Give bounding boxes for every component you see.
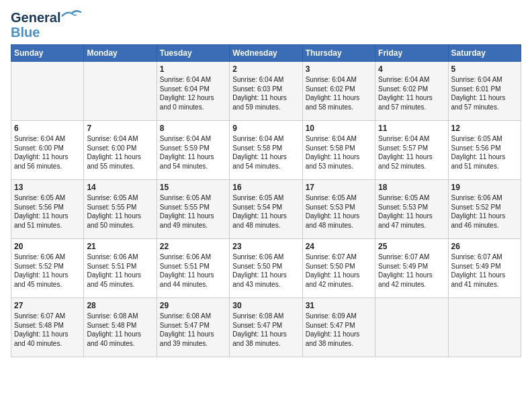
- weekday-header-cell: Friday: [375, 45, 448, 62]
- calendar-week-row: 1Sunrise: 6:04 AM Sunset: 6:04 PM Daylig…: [11, 62, 521, 121]
- day-content: Sunrise: 6:04 AM Sunset: 6:04 PM Dayligh…: [160, 75, 226, 111]
- day-content: Sunrise: 6:05 AM Sunset: 5:53 PM Dayligh…: [306, 193, 372, 230]
- day-content: Sunrise: 6:07 AM Sunset: 5:48 PM Dayligh…: [14, 312, 81, 348]
- calendar-cell: 4Sunrise: 6:04 AM Sunset: 6:02 PM Daylig…: [375, 62, 448, 121]
- day-content: Sunrise: 6:06 AM Sunset: 5:52 PM Dayligh…: [451, 193, 518, 230]
- calendar-cell: 26Sunrise: 6:07 AM Sunset: 5:49 PM Dayli…: [448, 239, 521, 298]
- calendar-cell: 19Sunrise: 6:06 AM Sunset: 5:52 PM Dayli…: [448, 180, 521, 239]
- day-number: 24: [306, 242, 372, 251]
- day-content: Sunrise: 6:05 AM Sunset: 5:54 PM Dayligh…: [232, 193, 299, 230]
- day-number: 15: [160, 183, 226, 192]
- day-content: Sunrise: 6:08 AM Sunset: 5:47 PM Dayligh…: [160, 312, 226, 348]
- day-content: Sunrise: 6:05 AM Sunset: 5:53 PM Dayligh…: [378, 193, 445, 230]
- calendar-cell: 31Sunrise: 6:09 AM Sunset: 5:47 PM Dayli…: [302, 298, 375, 357]
- day-number: 7: [87, 124, 153, 133]
- day-content: Sunrise: 6:04 AM Sunset: 6:03 PM Dayligh…: [232, 75, 299, 111]
- calendar-cell: 29Sunrise: 6:08 AM Sunset: 5:47 PM Dayli…: [157, 298, 229, 357]
- calendar-cell: 8Sunrise: 6:04 AM Sunset: 5:59 PM Daylig…: [157, 121, 229, 180]
- day-number: 8: [160, 124, 226, 133]
- calendar-cell: 22Sunrise: 6:06 AM Sunset: 5:51 PM Dayli…: [157, 239, 229, 298]
- day-number: 11: [378, 124, 445, 133]
- day-content: Sunrise: 6:06 AM Sunset: 5:52 PM Dayligh…: [14, 253, 81, 289]
- calendar-cell: 10Sunrise: 6:04 AM Sunset: 5:58 PM Dayli…: [302, 121, 375, 180]
- day-content: Sunrise: 6:04 AM Sunset: 6:01 PM Dayligh…: [451, 75, 518, 111]
- calendar-cell: 15Sunrise: 6:05 AM Sunset: 5:55 PM Dayli…: [157, 180, 229, 239]
- day-number: 27: [14, 301, 81, 310]
- day-number: 2: [232, 64, 299, 74]
- calendar-table: SundayMondayTuesdayWednesdayThursdayFrid…: [11, 44, 521, 357]
- day-number: 9: [232, 124, 299, 133]
- day-number: 23: [232, 242, 299, 251]
- day-number: 31: [306, 301, 372, 310]
- calendar-cell: [84, 62, 157, 121]
- logo-bird-icon: [62, 9, 82, 21]
- calendar-cell: 27Sunrise: 6:07 AM Sunset: 5:48 PM Dayli…: [11, 298, 84, 357]
- day-number: 28: [87, 301, 153, 310]
- calendar-cell: 9Sunrise: 6:04 AM Sunset: 5:58 PM Daylig…: [230, 121, 302, 180]
- day-number: 6: [14, 124, 81, 133]
- weekday-header-cell: Wednesday: [230, 45, 302, 62]
- day-content: Sunrise: 6:04 AM Sunset: 6:02 PM Dayligh…: [378, 75, 445, 111]
- calendar-cell: 30Sunrise: 6:08 AM Sunset: 5:47 PM Dayli…: [230, 298, 302, 357]
- weekday-header-cell: Thursday: [302, 45, 375, 62]
- page-header: General Blue: [11, 11, 521, 39]
- day-content: Sunrise: 6:06 AM Sunset: 5:51 PM Dayligh…: [87, 253, 153, 289]
- day-content: Sunrise: 6:08 AM Sunset: 5:47 PM Dayligh…: [232, 312, 299, 348]
- calendar-cell: [375, 298, 448, 357]
- weekday-header-cell: Monday: [84, 45, 157, 62]
- day-content: Sunrise: 6:09 AM Sunset: 5:47 PM Dayligh…: [306, 312, 372, 348]
- day-number: 3: [306, 64, 372, 74]
- day-content: Sunrise: 6:05 AM Sunset: 5:56 PM Dayligh…: [14, 193, 81, 230]
- day-content: Sunrise: 6:07 AM Sunset: 5:49 PM Dayligh…: [451, 253, 518, 289]
- day-number: 26: [451, 242, 518, 251]
- day-number: 10: [306, 124, 372, 133]
- calendar-cell: 3Sunrise: 6:04 AM Sunset: 6:02 PM Daylig…: [302, 62, 375, 121]
- calendar-week-row: 6Sunrise: 6:04 AM Sunset: 6:00 PM Daylig…: [11, 121, 521, 180]
- day-number: 5: [451, 64, 518, 74]
- weekday-header-cell: Sunday: [11, 45, 84, 62]
- day-content: Sunrise: 6:04 AM Sunset: 6:00 PM Dayligh…: [87, 134, 153, 171]
- day-content: Sunrise: 6:04 AM Sunset: 5:58 PM Dayligh…: [232, 134, 299, 171]
- day-number: 1: [160, 64, 226, 74]
- day-number: 4: [378, 64, 445, 74]
- day-content: Sunrise: 6:06 AM Sunset: 5:50 PM Dayligh…: [232, 253, 299, 289]
- calendar-cell: 25Sunrise: 6:07 AM Sunset: 5:49 PM Dayli…: [375, 239, 448, 298]
- calendar-cell: 14Sunrise: 6:05 AM Sunset: 5:55 PM Dayli…: [84, 180, 157, 239]
- day-number: 30: [232, 301, 299, 310]
- day-content: Sunrise: 6:05 AM Sunset: 5:55 PM Dayligh…: [160, 193, 226, 230]
- day-number: 18: [378, 183, 445, 192]
- calendar-cell: 18Sunrise: 6:05 AM Sunset: 5:53 PM Dayli…: [375, 180, 448, 239]
- day-content: Sunrise: 6:05 AM Sunset: 5:55 PM Dayligh…: [87, 193, 153, 230]
- calendar-cell: 23Sunrise: 6:06 AM Sunset: 5:50 PM Dayli…: [230, 239, 302, 298]
- calendar-cell: 11Sunrise: 6:04 AM Sunset: 5:57 PM Dayli…: [375, 121, 448, 180]
- calendar-week-row: 27Sunrise: 6:07 AM Sunset: 5:48 PM Dayli…: [11, 298, 521, 357]
- calendar-week-row: 13Sunrise: 6:05 AM Sunset: 5:56 PM Dayli…: [11, 180, 521, 239]
- calendar-cell: 16Sunrise: 6:05 AM Sunset: 5:54 PM Dayli…: [230, 180, 302, 239]
- calendar-cell: 17Sunrise: 6:05 AM Sunset: 5:53 PM Dayli…: [302, 180, 375, 239]
- day-content: Sunrise: 6:04 AM Sunset: 6:00 PM Dayligh…: [14, 134, 81, 171]
- day-number: 22: [160, 242, 226, 251]
- day-content: Sunrise: 6:04 AM Sunset: 6:02 PM Dayligh…: [306, 75, 372, 111]
- calendar-cell: 6Sunrise: 6:04 AM Sunset: 6:00 PM Daylig…: [11, 121, 84, 180]
- day-number: 21: [87, 242, 153, 251]
- day-number: 25: [378, 242, 445, 251]
- day-number: 16: [232, 183, 299, 192]
- day-content: Sunrise: 6:07 AM Sunset: 5:49 PM Dayligh…: [378, 253, 445, 289]
- weekday-header-row: SundayMondayTuesdayWednesdayThursdayFrid…: [11, 45, 521, 62]
- logo-general: General: [11, 11, 60, 24]
- calendar-body: 1Sunrise: 6:04 AM Sunset: 6:04 PM Daylig…: [11, 62, 521, 357]
- calendar-cell: 7Sunrise: 6:04 AM Sunset: 6:00 PM Daylig…: [84, 121, 157, 180]
- calendar-cell: [11, 62, 84, 121]
- calendar-cell: 1Sunrise: 6:04 AM Sunset: 6:04 PM Daylig…: [157, 62, 229, 121]
- logo: General Blue: [11, 11, 82, 39]
- day-content: Sunrise: 6:07 AM Sunset: 5:50 PM Dayligh…: [306, 253, 372, 289]
- calendar-cell: 20Sunrise: 6:06 AM Sunset: 5:52 PM Dayli…: [11, 239, 84, 298]
- day-number: 29: [160, 301, 226, 310]
- day-content: Sunrise: 6:04 AM Sunset: 5:59 PM Dayligh…: [160, 134, 226, 171]
- calendar-cell: [448, 298, 521, 357]
- day-number: 20: [14, 242, 81, 251]
- day-number: 14: [87, 183, 153, 192]
- day-content: Sunrise: 6:08 AM Sunset: 5:48 PM Dayligh…: [87, 312, 153, 348]
- calendar-cell: 2Sunrise: 6:04 AM Sunset: 6:03 PM Daylig…: [230, 62, 302, 121]
- calendar-cell: 24Sunrise: 6:07 AM Sunset: 5:50 PM Dayli…: [302, 239, 375, 298]
